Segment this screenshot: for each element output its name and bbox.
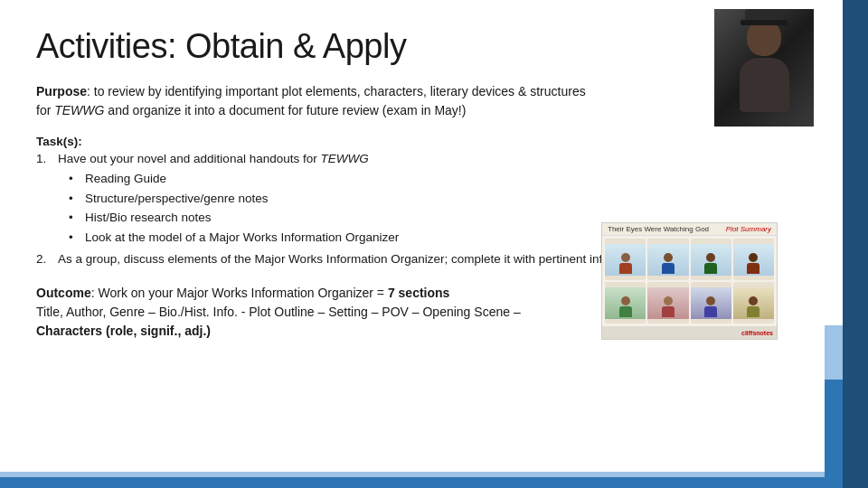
plot-cell-4 (733, 239, 774, 280)
plot-summary-header: Their Eyes Were Watching God Plot Summar… (602, 223, 777, 236)
person-head (747, 18, 781, 56)
tasks-label: Task(s): (36, 135, 778, 148)
sub-item-2: Structure/perspective/genre notes (69, 189, 778, 209)
char-8 (733, 287, 774, 319)
plot-cell-1 (605, 239, 646, 280)
task1-italic: TEWWG (320, 152, 368, 165)
purpose-paragraph: Purpose: to review by identifying import… (36, 82, 597, 120)
plot-summary-label: Plot Summary (726, 225, 771, 233)
plot-cell-5 (605, 282, 646, 324)
slide: Activities: Obtain & Apply Purpose: to r… (0, 0, 868, 488)
cliffsnotes-label: cliffsnotes (741, 330, 773, 336)
plot-summary-grid (602, 236, 777, 326)
char-5 (605, 287, 646, 319)
sub-item-1-text: Reading Guide (85, 169, 166, 189)
slide-title: Activities: Obtain & Apply (36, 27, 832, 66)
char-7 (691, 287, 731, 319)
outcome-bold: 7 sections (388, 286, 449, 300)
purpose-text2: and organize it into a document for futu… (104, 103, 466, 117)
task1-num: 1. (36, 152, 52, 165)
plot-cell-6 (647, 282, 688, 324)
content-area: Purpose: to review by identifying import… (36, 82, 832, 341)
char-1 (605, 244, 646, 276)
char-3 (691, 244, 731, 276)
outcome-line3-text: Characters (role, signif., adj.) (36, 324, 211, 338)
bottom-bar-blue (0, 477, 825, 488)
outcome-label: Outcome (36, 286, 91, 300)
task1-text: Have out your novel and additional hando… (58, 152, 369, 165)
plot-summary-book-title: Their Eyes Were Watching God (608, 225, 709, 233)
plot-cell-8 (733, 282, 774, 324)
sub-item-3-text: Hist/Bio research notes (85, 208, 212, 228)
task2-num: 2. (36, 250, 52, 268)
purpose-label: Purpose (36, 84, 87, 99)
outcome-text1: : Work on your Major Works Information O… (91, 286, 388, 300)
char-2 (647, 244, 688, 276)
plot-summary-image: Their Eyes Were Watching God Plot Summar… (601, 222, 778, 340)
char-4 (733, 244, 774, 276)
sub-item-2-text: Structure/perspective/genre notes (85, 189, 269, 209)
plot-cell-7 (691, 282, 731, 324)
sub-item-4-text: Look at the model of a Major Works Infor… (85, 228, 399, 248)
purpose-italic: TEWWG (54, 103, 104, 117)
plot-cell-3 (691, 239, 731, 280)
char-6 (647, 287, 688, 319)
task1-item: 1. Have out your novel and additional ha… (36, 152, 778, 165)
person-hat (745, 9, 783, 25)
plot-summary-footer: cliffsnotes (602, 326, 777, 339)
plot-cell-2 (647, 239, 688, 280)
right-bar-dark-blue (843, 0, 868, 488)
right-bar-light-blue (825, 380, 843, 488)
sub-item-1: Reading Guide (69, 169, 778, 189)
task2-text: As a group, discuss elements of the Majo… (58, 250, 650, 268)
